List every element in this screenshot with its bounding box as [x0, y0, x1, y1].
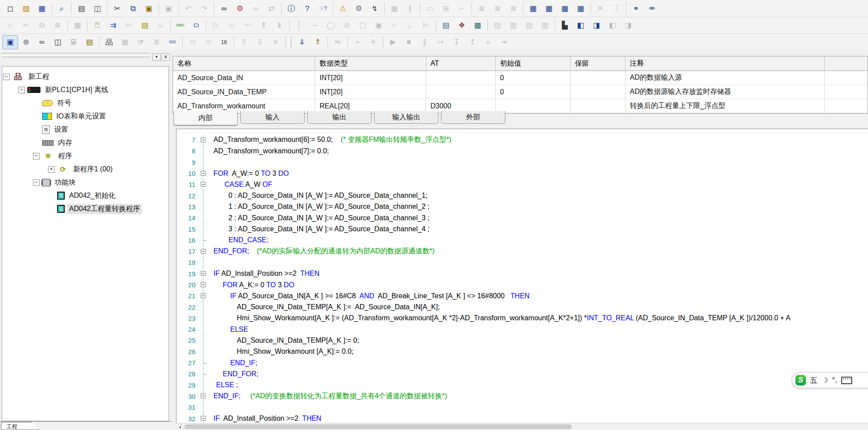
code-line[interactable]: 22AD_Source_IN_Data_TEMP[A_K ]:= AD_Sour…: [176, 301, 868, 312]
code-line[interactable]: 23Hmi_Show_Workamount[A_K ]:= (AD_Transf…: [176, 313, 868, 324]
new-file-button[interactable]: ◻: [2, 1, 18, 15]
workspace-grip[interactable]: [2, 51, 150, 53]
undo-button[interactable]: ↶: [180, 1, 196, 15]
tree-item-label[interactable]: 新PLC1[CP1H] 离线: [43, 85, 110, 95]
tab-输入输出[interactable]: 输入输出: [374, 111, 438, 124]
code-line[interactable]: 18: [176, 257, 868, 268]
tab-输入[interactable]: 输入: [240, 111, 305, 124]
continuous-step-button[interactable]: »: [480, 35, 496, 49]
hex-monitor-button[interactable]: 002: [165, 35, 180, 49]
invert-button[interactable]: ⊬: [418, 19, 434, 33]
horizontal-line-button[interactable]: ─: [307, 19, 323, 33]
fold-collapse-icon[interactable]: [201, 182, 206, 187]
show-section-tree-button[interactable]: ⌸: [153, 19, 169, 33]
fold-collapse-icon[interactable]: [201, 171, 206, 176]
simulator-window-button[interactable]: ⊞: [438, 1, 454, 15]
workspace-menu-button[interactable]: ▾: [152, 53, 161, 61]
find-button[interactable]: ∞: [216, 1, 232, 15]
paste-button[interactable]: ▣: [141, 1, 157, 15]
fb-display-button[interactable]: ▙: [557, 19, 573, 33]
auto-online-button[interactable]: ✳: [365, 35, 381, 49]
scroll-left-arrow-icon[interactable]: ◂: [176, 424, 184, 430]
help-button[interactable]: ?: [299, 1, 315, 15]
code-line[interactable]: 24ELSE: [176, 324, 868, 335]
watch-window-top-button[interactable]: ▦: [541, 1, 557, 15]
find-next-button[interactable]: ∞: [248, 1, 264, 15]
tree-item-label[interactable]: 新工程: [26, 72, 51, 82]
tree-expander-minus-icon[interactable]: −: [33, 179, 40, 186]
code-line[interactable]: 11CASE A_W OF: [176, 179, 868, 190]
paste-attributes-button[interactable]: ▣: [161, 1, 177, 15]
tree-item-label[interactable]: 程序: [56, 151, 74, 161]
diff-down-contact-button[interactable]: ⇟: [272, 19, 287, 33]
replace-button[interactable]: ⚙: [232, 1, 248, 15]
block-start-button[interactable]: ⌐: [386, 19, 402, 33]
print-button[interactable]: ▤: [74, 1, 89, 15]
ime-wubi-mode[interactable]: 五: [810, 375, 817, 386]
open-file-button[interactable]: ▨: [18, 1, 34, 15]
window-left-button[interactable]: ◧: [604, 19, 620, 33]
code-line[interactable]: 131 : AD_Source_Data_IN [A_W ]:= AD_Sour…: [176, 201, 868, 212]
view-mnemonics-button[interactable]: ∞: [34, 35, 50, 49]
find-report-button[interactable]: ⌕: [54, 1, 70, 15]
tab-内部[interactable]: 内部: [173, 111, 238, 126]
code-line[interactable]: 21IF AD_Source_Data_IN[A_K ] >= 16#C8 AN…: [176, 290, 868, 301]
code-line[interactable]: 31: [176, 402, 868, 413]
note-2-button[interactable]: ▥: [505, 19, 521, 33]
fold-collapse-icon[interactable]: [201, 249, 206, 254]
scrollbar-thumb[interactable]: [184, 424, 572, 429]
output-window-button[interactable]: ▦: [525, 1, 541, 15]
code-line[interactable]: 20FOR A_K:= 0 TO 3 DO: [176, 279, 868, 290]
format-hex-button[interactable]: 16: [216, 35, 232, 49]
tree-item-label[interactable]: 新程序1 (00): [71, 164, 114, 174]
window-style-1-button[interactable]: ⚭: [628, 1, 644, 15]
note-4-button[interactable]: ▥: [537, 19, 553, 33]
diff-up-contact-button[interactable]: ⇞: [256, 19, 272, 33]
work-online-button[interactable]: ⌁: [349, 35, 365, 49]
insert-section-button[interactable]: ❖: [454, 19, 470, 33]
zoom-out-button[interactable]: ⊖: [34, 19, 50, 33]
address-grid-button[interactable]: ▦: [117, 35, 133, 49]
new-coil-button[interactable]: ◯: [323, 19, 339, 33]
window-split-button[interactable]: ◧: [573, 19, 588, 33]
online-edit-transfer-button[interactable]: ↯: [367, 1, 383, 15]
workspace-close-button[interactable]: x: [162, 53, 170, 61]
view-io-comment-button[interactable]: ⌹: [66, 35, 81, 49]
editor-horizontal-scrollbar[interactable]: ◂: [176, 423, 868, 430]
code-line[interactable]: 153 : AD_Source_Data_IN [A_W ]:= AD_Sour…: [176, 223, 868, 234]
compare-with-plc-button[interactable]: ⇋: [330, 35, 346, 49]
data-trace-button[interactable]: 5MA: [173, 19, 188, 33]
debug-c-button[interactable]: ≣: [505, 1, 521, 15]
tree-item-label[interactable]: AD042工程量转换程序: [67, 204, 142, 214]
code-line[interactable]: 30END_IF; (*AD的变换数据转化为工程量数据_共有4个通道的数据被转换…: [176, 391, 868, 402]
code-line[interactable]: 27END_IF;: [176, 357, 868, 368]
simulator-step-button[interactable]: ⌐: [454, 1, 470, 15]
tab-输出[interactable]: 输出: [307, 111, 371, 124]
step-run-button[interactable]: ↦: [433, 35, 449, 49]
tree-item-label[interactable]: 符号: [55, 98, 73, 108]
show-rungs-button[interactable]: ▤: [137, 19, 153, 33]
redo-button[interactable]: ↷: [196, 1, 212, 15]
zoom-tool-button[interactable]: ⌕: [2, 19, 18, 33]
tree-expander-minus-icon[interactable]: −: [18, 87, 25, 93]
toolbar-grip[interactable]: [289, 37, 291, 48]
force-on-button[interactable]: ⇧: [236, 35, 252, 49]
save-button[interactable]: ▦: [34, 1, 50, 15]
simulator-run-mode-button[interactable]: ▭: [422, 1, 438, 15]
context-help-button[interactable]: ☞?: [315, 1, 331, 15]
new-closed-coil-button[interactable]: ⊘: [339, 19, 355, 33]
new-closed-contact-button[interactable]: ⊣/⊢: [240, 19, 256, 33]
debug-b-button[interactable]: ≣: [489, 1, 505, 15]
code-line[interactable]: 19IF AD_Install_Position >=2 THEN: [176, 268, 868, 279]
show-io-spacing-button[interactable]: ⊨: [121, 19, 137, 33]
output-list-button[interactable]: ≣: [149, 35, 165, 49]
new-closed-instruction-button[interactable]: ▣: [371, 19, 386, 33]
tree-expander-minus-icon[interactable]: −: [3, 74, 10, 80]
compile-program-check-button[interactable]: ⚠: [335, 1, 351, 15]
window-right-button[interactable]: ◨: [620, 19, 636, 33]
pause-button[interactable]: ∥: [417, 35, 433, 49]
fold-collapse-icon[interactable]: [201, 282, 206, 287]
fold-collapse-icon[interactable]: [201, 416, 206, 421]
compile-plc-program-button[interactable]: ⚙: [351, 1, 367, 15]
watch-window-button[interactable]: CI: [188, 19, 204, 33]
